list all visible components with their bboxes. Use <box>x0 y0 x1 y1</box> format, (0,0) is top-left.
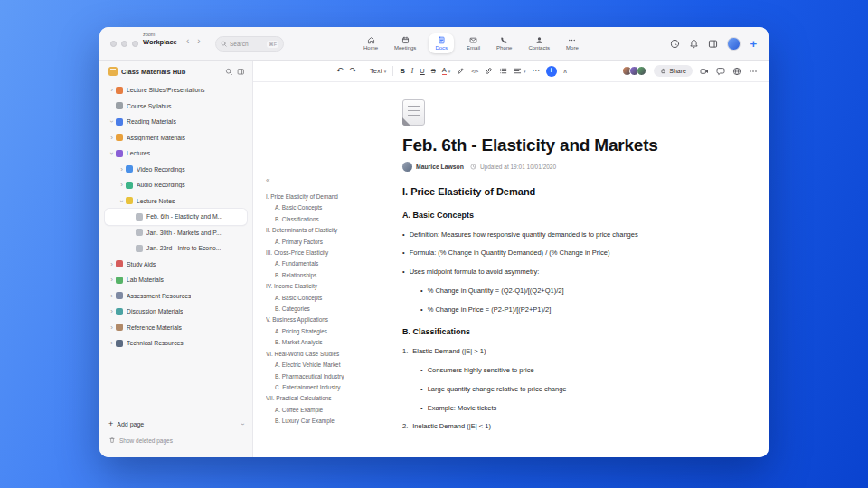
outline-item[interactable]: A. Basic Concepts <box>266 202 373 213</box>
minimize-button[interactable] <box>121 41 127 47</box>
list-button[interactable] <box>499 67 507 75</box>
sidebar-item[interactable]: Jan. 23rd - Intro to Econo... <box>105 240 247 257</box>
tab-home[interactable]: Home <box>360 33 382 54</box>
sidebar-item[interactable]: Jan. 30th - Markets and P... <box>105 225 247 241</box>
user-avatar[interactable] <box>727 37 741 51</box>
notifications-button[interactable] <box>689 39 699 49</box>
browser-button[interactable] <box>732 67 741 76</box>
video-call-button[interactable] <box>700 67 709 76</box>
document-title[interactable]: Feb. 6th - Elasticity and Markets <box>402 136 705 155</box>
outline-item[interactable]: IV. Income Elasticity <box>266 281 373 292</box>
chevron-right-icon[interactable]: › <box>118 181 126 189</box>
sidebar-item[interactable]: ›Lecture Slides/Presentations <box>105 82 247 99</box>
tab-meetings[interactable]: Meetings <box>391 33 420 54</box>
history-button[interactable] <box>670 39 680 49</box>
undo-button[interactable]: ↶ <box>336 67 344 75</box>
sidebar-item[interactable]: ›Technical Resources <box>105 335 247 352</box>
doc-heading[interactable]: A. Basic Concepts <box>402 211 705 220</box>
sidebar-item[interactable]: ›Assessment Resources <box>105 288 247 305</box>
outline-item[interactable]: B. Relationships <box>266 270 373 281</box>
outline-item[interactable]: VII. Practical Calculations <box>266 393 373 404</box>
insert-button[interactable]: + <box>546 66 557 77</box>
doc-heading[interactable]: I. Price Elasticity of Demand <box>402 186 705 197</box>
show-deleted-button[interactable]: Show deleted pages <box>108 432 243 448</box>
text-style-dropdown[interactable]: Text▾ <box>370 68 386 75</box>
chevron-right-icon[interactable]: › <box>108 339 116 347</box>
sidebar-item[interactable]: ›Discussion Materials <box>105 304 247 320</box>
sidebar-item[interactable]: ›Audio Recordings <box>105 177 247 193</box>
doc-bullet[interactable]: •% Change in Quantity = (Q2-Q1)/[(Q2+Q1)… <box>420 286 705 295</box>
chevron-down-icon[interactable]: › <box>118 197 126 205</box>
close-button[interactable] <box>110 41 117 47</box>
more-formatting-button[interactable]: ⋯ <box>533 68 540 75</box>
outline-item[interactable]: A. Basic Concepts <box>266 293 373 304</box>
chevron-right-icon[interactable]: › <box>108 134 116 142</box>
outline-collapse-icon[interactable]: « <box>266 176 373 184</box>
chevron-down-icon[interactable]: › <box>108 149 116 157</box>
sidebar-item[interactable]: ›Reading Materials <box>105 114 247 130</box>
outline-item[interactable]: B. Luxury Car Example <box>266 416 373 427</box>
outline-item[interactable]: A. Pricing Strategies <box>266 326 373 337</box>
outline-item[interactable]: VI. Real-World Case Studies <box>266 349 373 360</box>
sidebar-search-icon[interactable] <box>225 68 233 76</box>
outline-item[interactable]: A. Fundamentals <box>266 258 373 269</box>
tab-phone[interactable]: Phone <box>493 33 515 54</box>
tab-more[interactable]: More <box>562 33 582 54</box>
strikethrough-button[interactable]: S <box>431 68 436 75</box>
search-input[interactable]: Search ⌘F <box>215 36 284 52</box>
sidebar-item[interactable]: ›Lecture Notes <box>105 193 247 210</box>
outline-item[interactable]: II. Determinants of Elasticity <box>266 225 373 236</box>
doc-numbered-item[interactable]: 1.Elastic Demand (|E| > 1) <box>402 347 705 355</box>
chevron-right-icon[interactable]: › <box>108 324 116 332</box>
add-page-button[interactable]: + Add page › <box>108 416 243 432</box>
text-color-button[interactable]: A▾ <box>442 67 451 75</box>
sidebar-item[interactable]: ›Lab Materials <box>105 272 247 288</box>
doc-heading[interactable]: B. Classifications <box>402 327 705 336</box>
italic-button[interactable]: I <box>411 68 414 75</box>
chevron-down-icon[interactable]: › <box>108 117 116 126</box>
collaborator-avatar[interactable] <box>637 66 646 76</box>
share-button[interactable]: Share <box>654 65 693 77</box>
outline-item[interactable]: C. Entertainment Industry <box>266 382 373 393</box>
tab-docs[interactable]: Docs <box>429 33 454 54</box>
sidebar-item[interactable]: Feb. 6th - Elasticity and M... <box>105 209 247 225</box>
collapse-toolbar-button[interactable]: ∧ <box>563 68 568 74</box>
doc-bullet[interactable]: •% Change in Price = (P2-P1)/[(P2+P1)/2] <box>420 305 705 314</box>
chevron-down-icon[interactable]: › <box>239 423 245 425</box>
doc-numbered-item[interactable]: 2.Inelastic Demand (|E| < 1) <box>402 422 705 430</box>
chevron-right-icon[interactable]: › <box>108 276 116 284</box>
outline-item[interactable]: B. Classifications <box>266 214 373 225</box>
outline-item[interactable]: B. Categories <box>266 304 373 314</box>
doc-bullet[interactable]: •Example: Movie tickets <box>420 404 705 412</box>
doc-bullet[interactable]: •Uses midpoint formula to avoid asymmetr… <box>402 267 705 276</box>
redo-button[interactable]: ↷ <box>350 67 357 75</box>
outline-item[interactable]: V. Business Applications <box>266 314 373 325</box>
outline-item[interactable]: A. Electric Vehicle Market <box>266 360 373 371</box>
bold-button[interactable]: B <box>400 68 404 75</box>
outline-item[interactable]: B. Market Analysis <box>266 337 373 348</box>
underline-button[interactable]: U <box>420 68 424 75</box>
new-button[interactable]: + <box>750 38 757 50</box>
doc-bullet[interactable]: •Formula: (% Change in Quantity Demanded… <box>402 249 705 257</box>
forward-button[interactable]: › <box>197 36 200 46</box>
outline-item[interactable]: A. Coffee Example <box>266 405 373 416</box>
code-button[interactable]: </> <box>471 69 478 74</box>
outline-item[interactable]: III. Cross-Price Elasticity <box>266 248 373 258</box>
chevron-right-icon[interactable]: › <box>108 307 116 315</box>
more-options-button[interactable] <box>749 67 758 76</box>
outline-item[interactable]: B. Pharmaceutical Industry <box>266 371 373 382</box>
highlight-button[interactable] <box>457 67 465 75</box>
outline-item[interactable]: A. Primary Factors <box>266 237 373 248</box>
layout-button[interactable] <box>708 39 718 49</box>
comments-button[interactable] <box>716 67 725 76</box>
chevron-right-icon[interactable]: › <box>108 292 116 300</box>
chevron-right-icon[interactable]: › <box>108 260 116 268</box>
doc-bullet[interactable]: •Consumers highly sensitive to price <box>420 366 705 374</box>
sidebar-item[interactable]: Course Syllabus <box>105 99 247 115</box>
sidebar-collapse-icon[interactable] <box>237 68 245 76</box>
sidebar-item[interactable]: ›Assignment Materials <box>105 130 247 146</box>
doc-bullet[interactable]: •Definition: Measures how responsive qua… <box>402 230 705 239</box>
tab-contacts[interactable]: Contacts <box>524 33 553 54</box>
sidebar-item[interactable]: ›Lectures <box>105 145 247 162</box>
link-button[interactable] <box>485 67 493 75</box>
